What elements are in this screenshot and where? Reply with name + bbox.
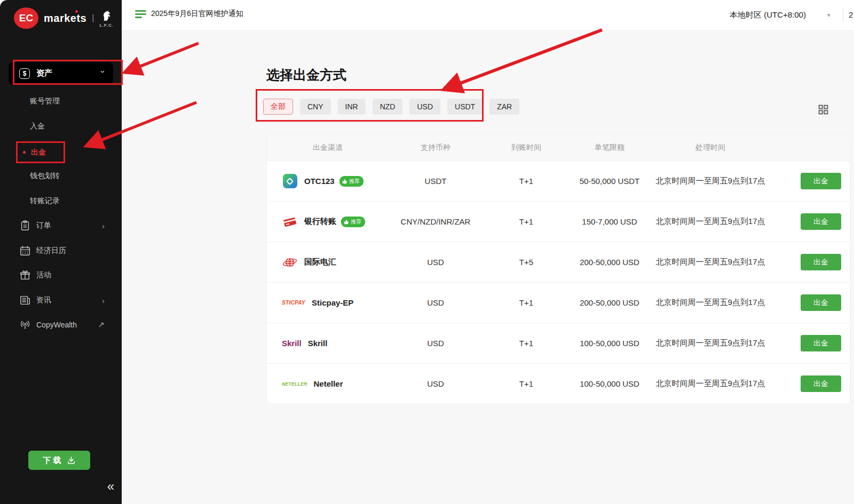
withdraw-button[interactable]: 出金 — [801, 294, 841, 311]
sidebar-item-label: 资讯 — [36, 295, 51, 305]
table-row: OTC123 推荐 USDT T+1 50-50,000 USDT 北京时间周一… — [267, 161, 850, 201]
processing-time-cell: 北京时间周一至周五9点到17点 — [649, 215, 772, 228]
sidebar-item-assets[interactable]: $ 资产 › — [9, 62, 113, 84]
withdraw-button[interactable]: 出金 — [801, 254, 841, 270]
sidebar-subitem-0[interactable]: 账号管理 — [30, 97, 60, 106]
limit-cell: 100-50,000 USD — [570, 379, 649, 388]
withdraw-button[interactable]: 出金 — [801, 335, 841, 351]
liver-bird-icon — [100, 9, 114, 22]
thumbs-up-icon — [344, 219, 349, 225]
currencies-cell: USD — [389, 339, 483, 348]
column-header: 处理时间 — [649, 143, 772, 153]
gift-icon — [19, 269, 31, 281]
download-label: 下载 — [43, 455, 64, 466]
topbar: 2025年9月6日官网维护通知 本地时区 (UTC+8:00) ▾ 2 — [122, 0, 854, 31]
brand-logo: EC markets | L.F.C. — [14, 7, 114, 29]
skrill-logo: Skrill — [282, 339, 302, 348]
limit-cell: 200-50,000 USD — [570, 258, 649, 267]
processing-time-cell: 北京时间周一至周五9点到17点 — [649, 378, 772, 390]
sidebar-item-资讯[interactable]: 资讯› — [0, 292, 122, 308]
channel-name: Skrill — [308, 339, 328, 348]
grid-view-icon[interactable] — [818, 104, 829, 117]
news-icon — [19, 294, 31, 306]
column-header: 单笔限额 — [570, 143, 649, 153]
external-link-icon: ↗ — [98, 320, 105, 330]
sidebar-item-label: CopyWealth — [36, 321, 77, 329]
filter-chip-USD[interactable]: USD — [409, 99, 440, 115]
brand-markets-label: markets — [44, 12, 86, 25]
table-row: STICPAY Sticpay-EP USD T+1 200-50,000 US… — [267, 282, 850, 323]
table-row: 银行转账 推荐 CNY/NZD/INR/ZAR T+1 150-7,000 US… — [267, 201, 850, 242]
sidebar-item-经济日历[interactable]: 经济日历 — [0, 243, 122, 259]
download-icon — [67, 456, 76, 465]
brand-dot-icon — [75, 10, 78, 13]
arrival-time-cell: T+5 — [483, 258, 570, 267]
sidebar-item-label: 订单 — [36, 221, 51, 230]
currencies-cell: USD — [389, 258, 483, 267]
wire-transfer-logo — [282, 255, 298, 269]
neteller-logo: NETELLER — [282, 381, 307, 387]
clock-text: 2 — [849, 10, 853, 19]
brand-divider: | — [92, 13, 94, 23]
withdraw-button[interactable]: 出金 — [801, 375, 841, 392]
limit-cell: 100-50,000 USD — [570, 339, 649, 348]
filter-chip-全部[interactable]: 全部 — [263, 99, 293, 115]
table-row: Skrill Skrill USD T+1 100-50,000 USD 北京时… — [267, 323, 850, 363]
sidebar-item-订单[interactable]: 订单› — [0, 218, 122, 234]
timezone-selector[interactable]: 本地时区 (UTC+8:00) — [730, 10, 806, 20]
arrival-time-cell: T+1 — [483, 177, 570, 186]
download-button[interactable]: 下载 — [28, 451, 90, 470]
column-header: 出金渠道 — [267, 143, 389, 153]
table-row: NETELLER Neteller USD T+1 100-50,000 USD… — [267, 363, 850, 404]
sidebar-item-label: 经济日历 — [36, 246, 66, 255]
action-cell: 出金 — [772, 294, 847, 311]
notice-text: 2025年9月6日官网维护通知 — [151, 9, 243, 19]
sidebar-subitem-1[interactable]: 入金 — [30, 122, 45, 131]
withdraw-button[interactable]: 出金 — [801, 213, 841, 230]
main-content: 选择出金方式 全部CNYINRNZDUSDUSDTZAR 出金渠道支持币种到账时… — [122, 31, 854, 504]
sidebar-subitem-withdraw[interactable]: 出金 — [31, 148, 46, 157]
page-title: 选择出金方式 — [266, 66, 346, 84]
recommended-badge: 推荐 — [341, 217, 365, 227]
filter-chip-INR[interactable]: INR — [338, 99, 366, 115]
sidebar-item-CopyWealth[interactable]: CopyWealth↗ — [0, 317, 122, 333]
channel-cell: 银行转账 推荐 — [267, 215, 389, 229]
action-cell: 出金 — [772, 254, 847, 270]
arrival-time-cell: T+1 — [483, 217, 570, 226]
table-body: OTC123 推荐 USDT T+1 50-50,000 USDT 北京时间周一… — [267, 161, 850, 404]
currencies-cell: USDT — [389, 177, 483, 186]
channel-cell: OTC123 推荐 — [267, 174, 389, 188]
collapse-sidebar-icon[interactable]: « — [107, 479, 114, 494]
sidebar-item-活动[interactable]: 活动 — [0, 267, 122, 283]
channel-name: Neteller — [314, 379, 343, 388]
filter-chip-NZD[interactable]: NZD — [373, 99, 403, 115]
page: EC markets | L.F.C. $ 资产 › 账号管理入金出金钱包划转转… — [0, 0, 854, 504]
ec-logo-icon: EC — [14, 7, 38, 29]
otc123-logo — [282, 174, 298, 188]
channel-cell: 国际电汇 — [267, 255, 389, 269]
sidebar-subitem-4[interactable]: 转账记录 — [30, 196, 60, 206]
filter-chip-USDT[interactable]: USDT — [447, 99, 483, 115]
channel-name: Sticpay-EP — [312, 298, 353, 307]
channel-cell: STICPAY Sticpay-EP — [267, 298, 389, 307]
withdraw-button[interactable]: 出金 — [801, 173, 841, 189]
chevron-right-icon: › — [102, 296, 105, 305]
channel-name: 国际电汇 — [304, 257, 336, 267]
column-header: 支持币种 — [389, 143, 483, 153]
maintenance-notice[interactable]: 2025年9月6日官网维护通知 — [135, 9, 243, 19]
sidebar-subitem-3[interactable]: 钱包划转 — [30, 171, 60, 181]
channel-cell: NETELLER Neteller — [267, 379, 389, 388]
table-row: 国际电汇 USD T+5 200-50,000 USD 北京时间周一至周五9点到… — [267, 242, 850, 282]
lfc-logo: L.F.C. — [99, 9, 114, 28]
sidebar: EC markets | L.F.C. $ 资产 › 账号管理入金出金钱包划转转… — [0, 0, 122, 504]
currency-filter-group: 全部CNYINRNZDUSDUSDTZAR — [263, 99, 519, 115]
filter-chip-ZAR[interactable]: ZAR — [489, 99, 519, 115]
filter-chip-CNY[interactable]: CNY — [300, 99, 331, 115]
chevron-down-icon: › — [99, 70, 108, 73]
withdraw-methods-table: 出金渠道支持币种到账时间单笔限额处理时间 OTC123 推荐 USDT T+1 … — [266, 134, 850, 404]
action-cell: 出金 — [772, 375, 847, 392]
thumbs-up-icon — [342, 179, 347, 184]
arrival-time-cell: T+1 — [483, 298, 570, 307]
limit-cell: 200-50,000 USD — [570, 298, 649, 307]
limit-cell: 150-7,000 USD — [570, 217, 649, 226]
